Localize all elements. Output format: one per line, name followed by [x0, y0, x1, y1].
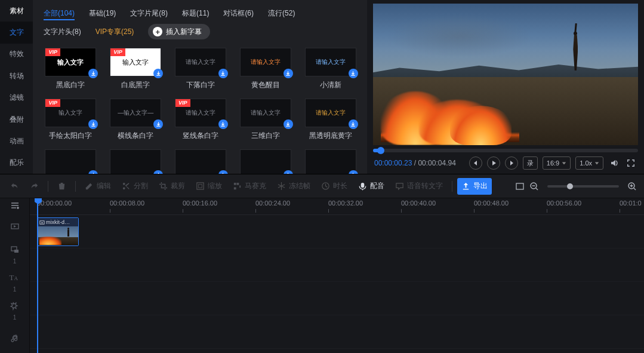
next-frame-button[interactable] [505, 156, 518, 170]
download-icon[interactable] [88, 119, 98, 129]
timeline: 1 TA 1 1 00:00:00.0000:00:08.0000:00:16.… [0, 198, 644, 353]
text-template[interactable] [44, 149, 98, 174]
record-button[interactable]: 录 [523, 156, 538, 170]
side-tab-3[interactable]: 转场 [0, 65, 33, 87]
side-tab-7[interactable]: 配乐 [0, 152, 33, 174]
text-template[interactable]: 请输入文字小清新 [303, 48, 358, 90]
aspect-ratio-select[interactable]: 16:9 [543, 156, 571, 170]
svg-rect-8 [14, 250, 19, 253]
text-template[interactable] [238, 149, 292, 174]
mosaic-button[interactable]: 马赛克 [229, 178, 270, 195]
zoom-in-icon[interactable] [626, 180, 638, 192]
track-number: 1 [13, 286, 17, 293]
side-tab-6[interactable]: 动画 [0, 130, 33, 152]
text-template[interactable]: 输入文字VIP手绘太阳白字 [44, 99, 98, 141]
zoom-out-icon[interactable] [528, 180, 540, 192]
crop-button[interactable]: 裁剪 [155, 178, 189, 195]
download-icon[interactable] [218, 69, 228, 78]
video-track[interactable]: mixkit-d… [30, 215, 644, 248]
timeline-zoom-slider[interactable] [547, 185, 619, 188]
effect-track[interactable] [30, 315, 644, 349]
filter-tab[interactable]: 文字片头(8) [44, 24, 81, 39]
filter-tab[interactable]: 标题(11) [182, 6, 209, 20]
insert-subtitle-button[interactable]: +插入新字幕 [148, 24, 210, 39]
tracks-area[interactable]: 00:00:00.0000:00:08.0000:00:16.0000:00:2… [30, 198, 644, 353]
fullscreen-icon[interactable] [625, 157, 637, 169]
filter-tab[interactable]: 对话框(6) [223, 6, 254, 20]
dub-button[interactable]: 配音 [354, 178, 389, 195]
speech-to-text-button[interactable]: 语音转文字 [391, 178, 447, 195]
download-icon[interactable] [88, 170, 98, 174]
text-template[interactable]: 请输入文字VIP竖线条白字 [174, 99, 228, 141]
side-tab-5[interactable]: 叠附 [0, 109, 33, 130]
play-button[interactable] [487, 156, 500, 170]
download-icon[interactable] [349, 119, 358, 129]
video-clip[interactable]: mixkit-d… [37, 217, 79, 246]
filter-tab[interactable]: VIP专享(25) [95, 24, 134, 39]
download-icon[interactable] [349, 69, 358, 78]
undo-button[interactable] [6, 178, 23, 195]
split-button[interactable]: 分割 [118, 178, 152, 195]
zoom-button[interactable]: 缩放 [192, 178, 226, 195]
template-label: 横线条白字 [118, 131, 153, 141]
download-icon[interactable] [153, 170, 163, 174]
download-icon[interactable] [349, 170, 358, 174]
pip-track[interactable] [30, 248, 644, 282]
volume-icon[interactable] [608, 157, 620, 169]
track-number: 1 [13, 314, 17, 321]
audio-track-head[interactable] [0, 325, 29, 353]
download-icon[interactable] [284, 119, 293, 129]
text-template[interactable]: 输入文字VIP白底黑字 [109, 48, 163, 90]
side-tabs: 素材文字特效转场滤镜叠附动画配乐 [0, 0, 33, 174]
text-template[interactable] [303, 149, 358, 174]
preview-viewport[interactable] [373, 4, 638, 145]
side-tab-2[interactable]: 特效 [0, 44, 33, 65]
filter-tab[interactable]: 基础(19) [89, 6, 116, 20]
text-template[interactable]: 请输入文字下落白字 [174, 48, 228, 90]
template-label: 黑透明底黄字 [309, 131, 352, 141]
download-icon[interactable] [284, 69, 293, 78]
preview-pane: 00:00:00.23 / 00:00:04.94 录 16:9 1.0x [367, 0, 644, 174]
side-tab-4[interactable]: 滤镜 [0, 87, 33, 109]
video-track-head[interactable] [0, 213, 29, 241]
template-label: 白底黑字 [121, 80, 150, 90]
text-template[interactable] [109, 149, 163, 174]
redo-button[interactable] [26, 178, 43, 195]
edit-button[interactable]: 编辑 [81, 178, 115, 195]
download-icon[interactable] [218, 119, 228, 129]
time-ruler[interactable]: 00:00:00.0000:00:08.0000:00:16.0000:00:2… [30, 198, 644, 215]
text-template[interactable]: 请输入文字黄色醒目 [238, 48, 292, 90]
filter-tab[interactable]: 全部(104) [44, 6, 75, 20]
prev-frame-button[interactable] [469, 156, 482, 170]
text-template[interactable] [174, 149, 228, 174]
template-label: 小清新 [320, 80, 341, 90]
playback-speed-select[interactable]: 1.0x [575, 156, 603, 170]
side-tab-1[interactable]: 文字 [0, 22, 33, 43]
filter-tab[interactable]: 文字片尾(8) [130, 6, 168, 20]
playhead[interactable] [37, 198, 38, 353]
export-button[interactable]: 导出 [457, 178, 492, 195]
download-icon[interactable] [88, 69, 98, 78]
text-template[interactable]: —输入文字—横线条白字 [109, 99, 163, 141]
pip-track-head[interactable]: 1 [0, 241, 29, 269]
download-icon[interactable] [218, 170, 228, 174]
audio-track[interactable] [30, 349, 644, 353]
template-grid[interactable]: 输入文字VIP黑底白字输入文字VIP白底黑字请输入文字下落白字请输入文字黄色醒目… [33, 43, 367, 174]
text-template[interactable]: 请输入文字三维白字 [238, 99, 292, 141]
download-icon[interactable] [284, 170, 293, 174]
text-template[interactable]: 请输入文字黑透明底黄字 [303, 99, 358, 141]
filter-tab[interactable]: 流行(52) [268, 6, 295, 20]
preview-scrubber[interactable] [373, 149, 638, 152]
text-track[interactable] [30, 282, 644, 315]
freeze-frame-button[interactable]: 冻结帧 [273, 178, 315, 195]
download-icon[interactable] [153, 119, 163, 129]
effect-track-head[interactable]: 1 [0, 297, 29, 325]
fit-to-screen-icon[interactable] [514, 180, 526, 192]
download-icon[interactable] [153, 69, 163, 78]
text-template[interactable]: 输入文字VIP黑底白字 [44, 48, 98, 90]
duration-button[interactable]: 时长 [317, 178, 352, 195]
delete-button[interactable] [53, 178, 70, 195]
side-tab-0[interactable]: 素材 [0, 0, 33, 22]
text-track-head[interactable]: TA 1 [0, 269, 29, 297]
add-track-button[interactable] [0, 198, 29, 213]
